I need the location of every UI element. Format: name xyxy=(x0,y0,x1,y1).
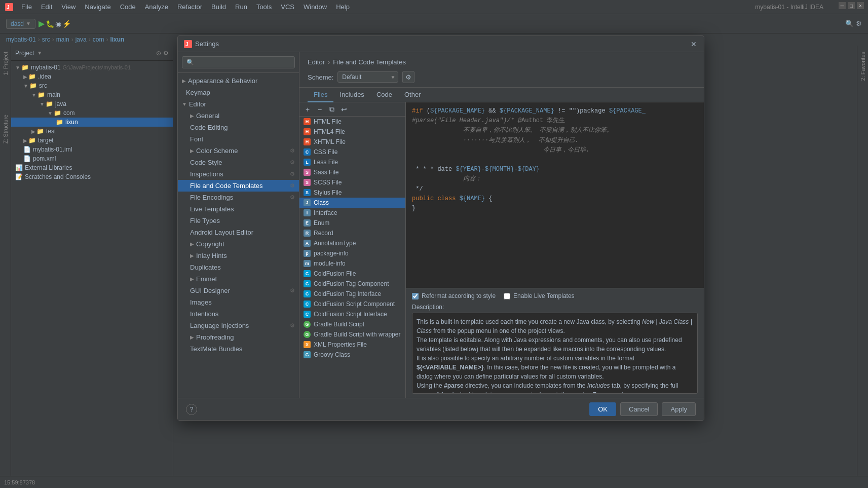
file-item-gradle-wrapper[interactable]: G Gradle Build Script with wrapper xyxy=(299,329,405,340)
tab-files[interactable]: Files xyxy=(308,88,333,102)
maximize-button[interactable]: □ xyxy=(848,2,855,9)
copy-template-button[interactable]: ⧉ xyxy=(327,104,337,115)
menu-window[interactable]: Window xyxy=(299,2,331,12)
stree-file-encodings[interactable]: File Encodings ⚙ xyxy=(178,192,299,203)
stree-proofreading[interactable]: ▶ Proofreading xyxy=(178,331,299,343)
add-template-button[interactable]: + xyxy=(303,104,313,115)
menu-file[interactable]: File xyxy=(17,2,36,12)
file-item-cf-script-comp[interactable]: C ColdFusion Script Component xyxy=(299,299,405,309)
tree-item-lixun[interactable]: 📁 lixun xyxy=(11,118,173,127)
file-item-xml-props[interactable]: X XML Properties File xyxy=(299,340,405,350)
file-item-sass[interactable]: S Sass File xyxy=(299,167,405,177)
file-item-package-info[interactable]: p package-info xyxy=(299,248,405,258)
close-button-main[interactable]: × xyxy=(857,2,864,9)
debug-button[interactable]: 🐛 xyxy=(46,19,54,28)
stree-code-editing[interactable]: Code Editing xyxy=(178,122,299,133)
tree-item-pom[interactable]: 📄 pom.xml xyxy=(11,154,173,163)
profile-button[interactable]: ⚡ xyxy=(62,19,71,28)
stree-copyright[interactable]: ▶ Copyright xyxy=(178,238,299,250)
file-item-scss[interactable]: S SCSS File xyxy=(299,177,405,187)
minimize-button[interactable]: ─ xyxy=(839,2,846,9)
menu-help[interactable]: Help xyxy=(332,2,354,12)
file-item-enum[interactable]: E Enum xyxy=(299,218,405,228)
file-item-gradle[interactable]: G Gradle Build Script xyxy=(299,319,405,329)
tree-item-test[interactable]: ▶ 📁 test xyxy=(11,127,173,136)
stree-lang-injections[interactable]: Language Injections ⚙ xyxy=(178,320,299,331)
menu-refactor[interactable]: Refactor xyxy=(173,2,206,12)
file-item-cf-tag-comp[interactable]: C ColdFusion Tag Component xyxy=(299,279,405,289)
stree-keymap[interactable]: Keymap xyxy=(178,87,299,98)
stree-appearance[interactable]: ▶ Appearance & Behavior xyxy=(178,75,299,87)
tree-item-com[interactable]: ▼ 📁 com xyxy=(11,108,173,118)
file-item-annotation[interactable]: A AnnotationType xyxy=(299,238,405,248)
stree-emmet[interactable]: ▶ Emmet xyxy=(178,273,299,285)
file-item-module-info[interactable]: m module-info xyxy=(299,258,405,269)
stree-textmate[interactable]: TextMate Bundles xyxy=(178,343,299,355)
stree-intentions[interactable]: Intentions xyxy=(178,308,299,320)
side-tab-project[interactable]: 1: Project xyxy=(2,48,10,79)
file-item-html[interactable]: H HTML File xyxy=(299,117,405,127)
help-button[interactable]: ? xyxy=(186,404,197,415)
breadcrumb-item-2[interactable]: main xyxy=(56,36,69,43)
tree-item-src[interactable]: ▼ 📁 src xyxy=(11,81,173,90)
breadcrumb-item-0[interactable]: mybatis-01 xyxy=(6,36,36,43)
file-item-class[interactable]: J Class xyxy=(299,198,405,208)
tree-item-root[interactable]: ▼ 📁 mybatis-01 G:\JavaProjects\mybatis-0… xyxy=(11,63,173,72)
stree-gui-designer[interactable]: GUI Designer ⚙ xyxy=(178,285,299,296)
ok-button[interactable]: OK xyxy=(589,402,616,416)
menu-navigate[interactable]: Navigate xyxy=(81,2,115,12)
file-item-less[interactable]: L Less File xyxy=(299,157,405,167)
stree-editor[interactable]: ▼ Editor xyxy=(178,98,299,110)
tab-includes[interactable]: Includes xyxy=(333,88,370,102)
tree-item-scratches[interactable]: 📝 Scratches and Consoles xyxy=(11,172,173,181)
stree-live-templates[interactable]: Live Templates xyxy=(178,203,299,215)
search-everywhere-button[interactable]: 🔍 xyxy=(845,20,854,27)
tree-item-target[interactable]: ▶ 📁 target xyxy=(11,136,173,145)
menu-analyze[interactable]: Analyze xyxy=(141,2,172,12)
stree-inlay-hints[interactable]: ▶ Inlay Hints xyxy=(178,250,299,261)
file-item-interface[interactable]: I Interface xyxy=(299,208,405,218)
menu-code[interactable]: Code xyxy=(116,2,140,12)
scheme-gear-button[interactable]: ⚙ xyxy=(402,71,414,83)
run-config-selector[interactable]: dasd ▼ xyxy=(6,19,35,29)
file-item-cf[interactable]: C ColdFusion File xyxy=(299,269,405,279)
stree-file-types[interactable]: File Types xyxy=(178,215,299,227)
breadcrumb-item-1[interactable]: src xyxy=(42,36,50,43)
breadcrumb-item-5[interactable]: lixun xyxy=(110,36,124,43)
remove-template-button[interactable]: − xyxy=(315,104,325,115)
menu-edit[interactable]: Edit xyxy=(37,2,56,12)
tree-item-iml[interactable]: 📄 mybatis-01.iml xyxy=(11,145,173,154)
file-item-html4[interactable]: H HTML4 File xyxy=(299,127,405,137)
breadcrumb-item-3[interactable]: java xyxy=(76,36,87,43)
settings-search-input[interactable] xyxy=(182,56,295,68)
file-item-record[interactable]: R Record xyxy=(299,228,405,238)
stree-duplicates[interactable]: Duplicates xyxy=(178,261,299,273)
run-button[interactable]: ▶ xyxy=(39,19,45,28)
scheme-select[interactable]: Default Project xyxy=(337,71,398,83)
side-tab-favorites[interactable]: 2: Favorites xyxy=(859,48,867,85)
live-templates-checkbox[interactable] xyxy=(504,293,510,299)
tree-item-main[interactable]: ▼ 📁 main xyxy=(11,90,173,99)
menu-view[interactable]: View xyxy=(57,2,80,12)
tree-item-external[interactable]: 📊 External Libraries xyxy=(11,163,173,172)
side-tab-structure[interactable]: Z: Structure xyxy=(2,110,10,147)
stree-images[interactable]: Images xyxy=(178,296,299,308)
panel-settings-button[interactable]: ⚙ xyxy=(163,50,169,57)
file-item-stylus[interactable]: S Stylus File xyxy=(299,187,405,198)
tree-item-java[interactable]: ▼ 📁 java xyxy=(11,99,173,108)
stree-inspections[interactable]: Inspections ⚙ xyxy=(178,168,299,180)
code-editor[interactable]: #if (${PACKAGE_NAME} && ${PACKAGE_NAME} … xyxy=(406,102,704,288)
reformat-checkbox-label[interactable]: Reformat according to style xyxy=(412,292,496,299)
menu-tools[interactable]: Tools xyxy=(252,2,276,12)
tree-item-idea[interactable]: ▶ 📁 .idea xyxy=(11,72,173,81)
close-dialog-button[interactable]: ✕ xyxy=(690,40,698,48)
menu-vcs[interactable]: VCS xyxy=(277,2,298,12)
menu-run[interactable]: Run xyxy=(231,2,251,12)
locate-button[interactable]: ⊙ xyxy=(156,50,161,57)
reformat-checkbox[interactable] xyxy=(412,293,419,299)
tab-code[interactable]: Code xyxy=(370,88,398,102)
reset-template-button[interactable]: ↩ xyxy=(339,104,349,115)
stree-android[interactable]: Android Layout Editor xyxy=(178,227,299,238)
stree-code-style[interactable]: Code Style ⚙ xyxy=(178,157,299,168)
file-item-xhtml[interactable]: H XHTML File xyxy=(299,137,405,147)
